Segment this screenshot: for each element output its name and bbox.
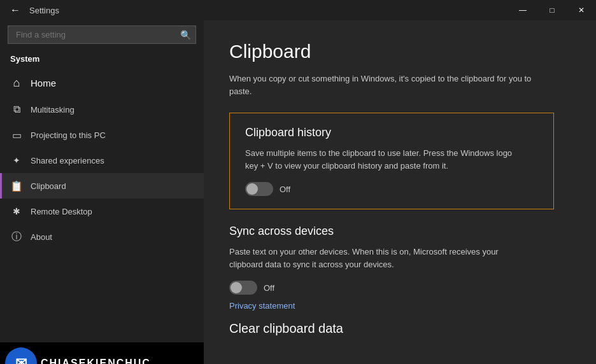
sync-toggle-knob xyxy=(231,282,242,293)
minimize-button[interactable]: — xyxy=(508,0,537,20)
sync-toggle-row: Off xyxy=(229,281,554,295)
home-label: Home xyxy=(31,78,56,88)
sidebar: 🔍 System ⌂ Home ⧉ Multitasking ▭ Project… xyxy=(0,20,204,364)
sidebar-item-projecting[interactable]: ▭ Projecting to this PC xyxy=(0,122,204,148)
watermark-icon: ✉ xyxy=(15,355,27,364)
about-label: About xyxy=(31,232,52,242)
close-button[interactable]: ✕ xyxy=(567,0,596,20)
watermark-text: CHIASEKIENCHUC xyxy=(41,358,151,364)
clipboard-history-title: Clipboard history xyxy=(245,126,538,139)
sidebar-item-home[interactable]: ⌂ Home xyxy=(0,69,204,97)
remote-icon: ✱ xyxy=(10,205,23,218)
multitasking-icon: ⧉ xyxy=(10,103,23,116)
clipboard-icon: 📋 xyxy=(10,179,23,192)
clipboard-history-card: Clipboard history Save multiple items to… xyxy=(229,113,554,209)
main-content: Clipboard When you copy or cut something… xyxy=(204,20,596,364)
search-box: 🔍 xyxy=(8,25,196,44)
search-icon: 🔍 xyxy=(180,30,191,40)
sync-toggle-label: Off xyxy=(264,283,274,293)
shared-label: Shared experiences xyxy=(31,156,104,165)
system-section-label: System xyxy=(0,52,204,69)
sidebar-item-remote[interactable]: ✱ Remote Desktop xyxy=(0,199,204,224)
clipboard-label: Clipboard xyxy=(31,181,66,191)
clipboard-history-toggle[interactable] xyxy=(245,182,273,196)
sync-toggle[interactable] xyxy=(229,281,257,295)
watermark: ✉ CHIASEKIENCHUC xyxy=(0,342,204,364)
sidebar-item-about[interactable]: ⓘ About xyxy=(0,224,204,249)
home-icon: ⌂ xyxy=(10,76,23,89)
clipboard-history-toggle-row: Off xyxy=(245,182,538,196)
watermark-circle: ✉ xyxy=(5,347,37,364)
sidebar-item-multitasking[interactable]: ⧉ Multitasking xyxy=(0,97,204,122)
page-title: Clipboard xyxy=(229,41,571,62)
about-icon: ⓘ xyxy=(10,230,23,243)
shared-icon: ✦ xyxy=(10,154,23,167)
page-description: When you copy or cut something in Window… xyxy=(229,73,548,97)
sync-section: Sync across devices Paste text on your o… xyxy=(229,225,554,311)
back-icon: ← xyxy=(10,4,20,15)
sync-desc: Paste text on your other devices. When t… xyxy=(229,246,503,270)
search-input[interactable] xyxy=(8,25,196,44)
maximize-button[interactable]: □ xyxy=(537,0,567,20)
remote-label: Remote Desktop xyxy=(31,207,92,216)
projecting-icon: ▭ xyxy=(10,129,23,141)
back-button[interactable]: ← xyxy=(6,3,24,17)
clipboard-history-desc: Save multiple items to the clipboard to … xyxy=(245,147,519,172)
clear-clipboard-title: Clear clipboard data xyxy=(229,321,571,336)
multitasking-label: Multitasking xyxy=(31,105,74,115)
clipboard-history-toggle-label: Off xyxy=(280,185,290,194)
sidebar-item-clipboard[interactable]: 📋 Clipboard xyxy=(0,173,204,199)
sync-title: Sync across devices xyxy=(229,225,554,238)
window-title: Settings xyxy=(29,6,59,15)
privacy-statement-link[interactable]: Privacy statement xyxy=(229,301,295,311)
projecting-label: Projecting to this PC xyxy=(31,130,106,140)
search-button[interactable]: 🔍 xyxy=(180,30,191,40)
sidebar-item-shared[interactable]: ✦ Shared experiences xyxy=(0,148,204,173)
toggle-knob xyxy=(246,183,258,195)
